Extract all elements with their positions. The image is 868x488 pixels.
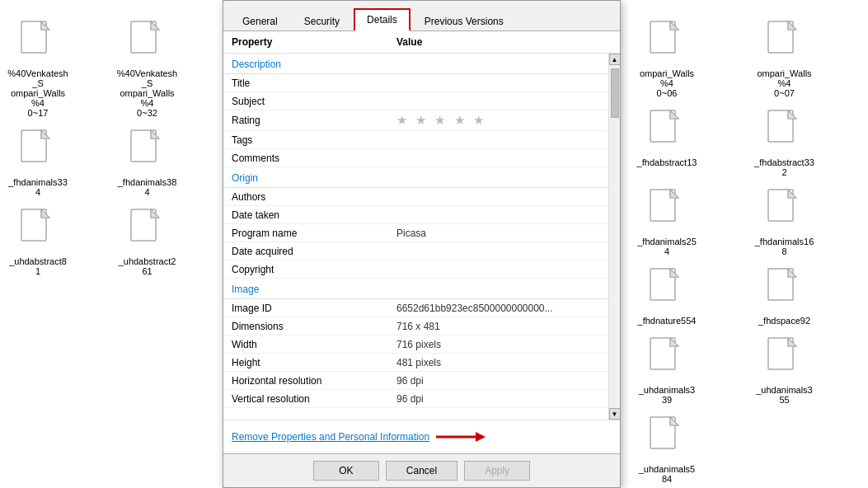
prop-row-date-taken[interactable]: Date taken (223, 206, 608, 224)
scrollbar[interactable]: ▲ ▼ (608, 54, 620, 420)
tab-previous-versions[interactable]: Previous Versions (412, 11, 516, 31)
svg-marker-35 (476, 432, 486, 442)
tab-security[interactable]: Security (292, 11, 352, 31)
section-description: Description (223, 54, 608, 74)
properties-list: Description Title Subject Rating ★ ★ ★ ★… (223, 54, 608, 420)
prop-row-title[interactable]: Title (223, 74, 608, 92)
list-item[interactable]: _uhdabstract81 (4, 204, 72, 279)
list-item[interactable]: ompari_Walls%40~07 (751, 16, 819, 101)
tab-bar: General Security Details Previous Versio… (223, 1, 620, 31)
prop-row-v-resolution[interactable]: Vertical resolution 96 dpi (223, 390, 608, 408)
prop-row-height[interactable]: Height 481 pixels (223, 354, 608, 372)
prop-row-image-id[interactable]: Image ID 6652d61bb923ec8500000000000... (223, 299, 608, 317)
list-item[interactable]: _fhdanimals254 (633, 185, 701, 260)
prop-row-copyright[interactable]: Copyright (223, 260, 608, 279)
list-item[interactable]: _uhdanimals355 (751, 333, 819, 408)
list-item[interactable]: %40Venkatesh_Sompari_Walls%40~17 (4, 16, 72, 121)
scroll-down-button[interactable]: ▼ (609, 408, 621, 420)
tab-details[interactable]: Details (354, 8, 411, 31)
prop-row-tags[interactable]: Tags (223, 131, 608, 149)
list-item[interactable]: _uhdabstract261 (114, 204, 181, 279)
col-value-header: Value (396, 36, 422, 48)
prop-row-program-name[interactable]: Program name Picasa (223, 224, 608, 242)
list-item[interactable]: ompari_Walls%40~06 (633, 16, 701, 101)
list-item[interactable]: _fhdspace92 (751, 264, 819, 329)
list-item[interactable]: _fhdabstract13 (633, 106, 701, 181)
list-item[interactable]: %40Venkatesh_Sompari_Walls%40~32 (114, 16, 181, 121)
bg-left-files: %40Venkatesh_Sompari_Walls%40~17 %40Venk… (0, 0, 223, 488)
scroll-thumb[interactable] (611, 68, 619, 118)
scroll-container: Description Title Subject Rating ★ ★ ★ ★… (223, 54, 620, 420)
list-item[interactable]: _uhdanimals584 (633, 412, 701, 487)
ok-button[interactable]: OK (313, 461, 379, 481)
col-property-header: Property (232, 36, 396, 48)
cancel-button[interactable]: Cancel (386, 461, 457, 481)
prop-row-dimensions[interactable]: Dimensions 716 x 481 (223, 317, 608, 336)
section-origin: Origin (223, 167, 608, 188)
main-container: %40Venkatesh_Sompari_Walls%40~17 %40Venk… (0, 0, 868, 488)
arrow-icon (436, 429, 486, 445)
prop-row-width[interactable]: Width 716 pixels (223, 336, 608, 354)
list-item[interactable]: _fhdnature554 (633, 264, 701, 329)
prop-row-date-acquired[interactable]: Date acquired (223, 242, 608, 260)
apply-button[interactable]: Apply (464, 461, 530, 481)
prop-row-authors[interactable]: Authors (223, 188, 608, 206)
list-item[interactable]: _fhdabstract332 (751, 106, 819, 181)
table-header: Property Value (223, 31, 620, 54)
list-item[interactable]: _fhdanimals334 (4, 125, 72, 200)
list-item[interactable]: _fhdanimals384 (114, 125, 181, 200)
list-item[interactable]: _uhdanimals339 (633, 333, 701, 408)
prop-row-subject[interactable]: Subject (223, 92, 608, 110)
bg-right-files: ompari_Walls%40~06 ompari_Walls%40~07 _f… (629, 0, 868, 488)
tab-general[interactable]: General (230, 11, 290, 31)
remove-properties-link[interactable]: Remove Properties and Personal Informati… (232, 431, 429, 443)
remove-link-area: Remove Properties and Personal Informati… (223, 420, 620, 453)
prop-row-comments[interactable]: Comments (223, 149, 608, 167)
dialog-content: Property Value Description Title Su (223, 31, 620, 453)
section-image: Image (223, 279, 608, 299)
list-item[interactable]: _fhdanimals168 (751, 185, 819, 260)
dialog-footer: OK Cancel Apply (223, 453, 620, 487)
scroll-up-button[interactable]: ▲ (609, 54, 621, 65)
prop-row-rating[interactable]: Rating ★ ★ ★ ★ ★ (223, 110, 608, 131)
prop-row-h-resolution[interactable]: Horizontal resolution 96 dpi (223, 372, 608, 390)
properties-dialog: General Security Details Previous Versio… (223, 0, 621, 488)
